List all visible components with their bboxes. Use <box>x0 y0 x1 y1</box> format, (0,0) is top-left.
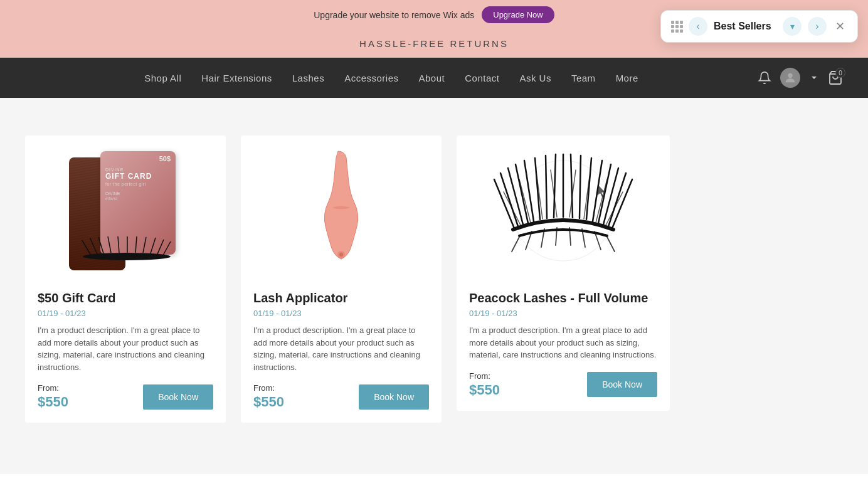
product-desc-peacock-lashes: I'm a product description. I'm a great p… <box>469 324 657 361</box>
product-price-lash-applicator: From: $550 <box>253 383 284 410</box>
product-footer-lash-applicator: From: $550 Book Now <box>241 383 442 410</box>
grid-dot <box>680 29 683 33</box>
lash-applicator-svg <box>310 145 373 270</box>
svg-line-13 <box>163 241 171 255</box>
grid-dot <box>675 21 679 24</box>
svg-point-15 <box>339 253 343 257</box>
product-info-peacock-lashes: Peacock Lashes - Full Volume 01/19 - 01/… <box>457 280 670 361</box>
promo-banner-text: HASSLE-FREE RETURNS <box>359 38 509 49</box>
floating-panel: ‹ Best Sellers ▾ › ✕ <box>660 10 858 43</box>
panel-next-button[interactable]: › <box>808 17 827 36</box>
grid-dot <box>675 25 679 28</box>
product-image-lash-applicator <box>241 135 442 280</box>
svg-line-6 <box>108 236 111 253</box>
product-image-gift-card: 50$ DIVINE GIFT CARD for the perfect gir… <box>25 135 226 280</box>
product-date-lash-applicator: 01/19 - 01/23 <box>253 309 429 318</box>
grid-dot <box>671 25 674 28</box>
product-footer-peacock-lashes: From: $550 Book Now <box>457 371 670 398</box>
nav-more[interactable]: More <box>616 73 638 83</box>
nav-contact[interactable]: Contact <box>465 73 499 83</box>
grid-icon <box>671 21 682 32</box>
grid-dot <box>680 21 683 24</box>
chevron-down-icon <box>809 73 819 83</box>
product-price-gift-card: From: $550 <box>38 383 68 410</box>
book-now-button-peacock-lashes[interactable]: Book Now <box>587 372 657 397</box>
svg-line-5 <box>98 237 103 253</box>
grid-dot <box>671 29 674 33</box>
account-dropdown-button[interactable] <box>809 73 819 83</box>
panel-prev-button[interactable]: ‹ <box>689 17 707 36</box>
svg-line-42 <box>512 235 521 252</box>
product-info-lash-applicator: Lash Applicator 01/19 - 01/23 I'm a prod… <box>241 280 442 373</box>
svg-line-3 <box>82 240 91 256</box>
product-date-gift-card: 01/19 - 01/23 <box>38 309 213 318</box>
product-card-peacock-lashes: Peacock Lashes - Full Volume 01/19 - 01/… <box>457 135 670 411</box>
nav-ask-us[interactable]: Ask Us <box>519 73 551 83</box>
panel-title: Best Sellers <box>714 21 776 32</box>
product-card-lash-applicator: Lash Applicator 01/19 - 01/23 I'm a prod… <box>241 135 442 423</box>
svg-line-12 <box>157 240 164 254</box>
nav-lashes[interactable]: Lashes <box>292 73 324 83</box>
svg-line-7 <box>118 236 119 253</box>
nav-accessories[interactable]: Accessories <box>344 73 398 83</box>
book-now-button-gift-card[interactable]: Book Now <box>143 384 213 410</box>
svg-line-11 <box>151 238 156 253</box>
grid-dot <box>680 25 683 28</box>
main-content: 50$ DIVINE GIFT CARD for the perfect gir… <box>0 98 868 474</box>
panel-close-button[interactable]: ✕ <box>833 19 847 33</box>
product-desc-gift-card: I'm a product description. I'm a great p… <box>38 324 213 373</box>
nav-team[interactable]: Team <box>571 73 596 83</box>
product-title-lash-applicator: Lash Applicator <box>253 290 429 306</box>
nav-links: Shop All Hair Extensions Lashes Accessor… <box>25 73 758 83</box>
peacock-lashes-svg <box>475 142 651 273</box>
product-desc-lash-applicator: I'm a product description. I'm a great p… <box>253 324 429 373</box>
product-image-peacock-lashes <box>457 135 670 280</box>
cart-button[interactable]: 0 <box>828 70 843 85</box>
nav-shop-all[interactable]: Shop All <box>144 73 181 83</box>
product-title-peacock-lashes: Peacock Lashes - Full Volume <box>469 290 657 306</box>
product-info-gift-card: $50 Gift Card 01/19 - 01/23 I'm a produc… <box>25 280 226 373</box>
product-date-peacock-lashes: 01/19 - 01/23 <box>469 309 657 318</box>
navbar: Shop All Hair Extensions Lashes Accessor… <box>0 58 868 98</box>
nav-hair-extensions[interactable]: Hair Extensions <box>201 73 272 83</box>
grid-dot <box>671 21 674 24</box>
svg-line-4 <box>90 238 97 254</box>
cart-badge: 0 <box>835 68 845 78</box>
notification-button[interactable] <box>758 71 771 85</box>
avatar-icon <box>783 71 797 85</box>
bell-icon <box>758 71 771 85</box>
nav-about[interactable]: About <box>419 73 445 83</box>
nav-icons: 0 <box>758 68 843 88</box>
product-price-peacock-lashes: From: $550 <box>469 371 500 398</box>
svg-line-10 <box>143 237 146 253</box>
book-now-button-lash-applicator[interactable]: Book Now <box>359 384 429 410</box>
product-card-gift-card: 50$ DIVINE GIFT CARD for the perfect gir… <box>25 135 226 423</box>
ad-banner-text: Upgrade your website to remove Wix ads <box>314 10 474 20</box>
svg-line-9 <box>135 236 137 253</box>
avatar <box>780 68 800 88</box>
grid-dot <box>675 29 679 33</box>
product-title-gift-card: $50 Gift Card <box>38 290 213 306</box>
svg-point-0 <box>788 73 792 78</box>
upgrade-now-button[interactable]: Upgrade Now <box>482 6 554 23</box>
product-footer-gift-card: From: $550 Book Now <box>25 383 226 410</box>
svg-line-49 <box>606 235 615 252</box>
panel-dropdown-button[interactable]: ▾ <box>783 17 802 36</box>
